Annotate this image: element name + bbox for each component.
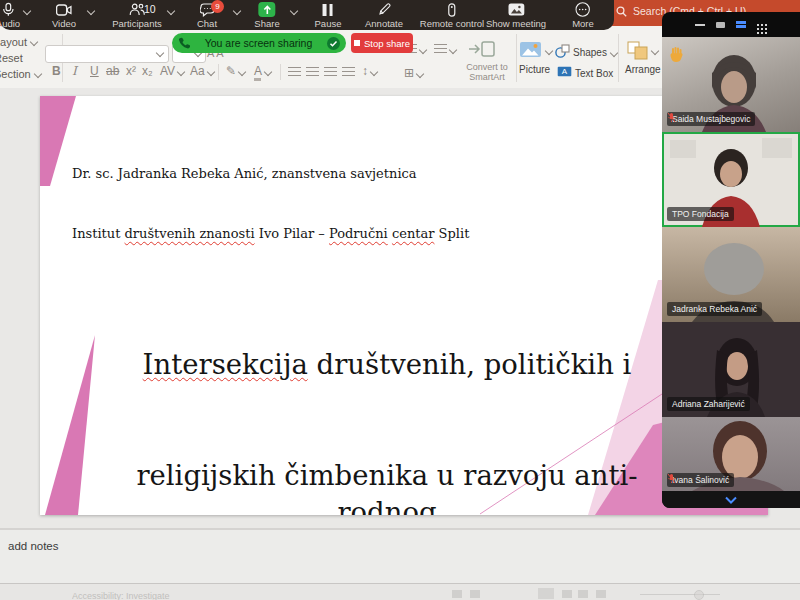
ribbon-divider (280, 64, 281, 80)
zoom-slider-knob[interactable] (694, 590, 704, 600)
highlight-pen-button[interactable]: ✎ (226, 64, 245, 78)
columns-button[interactable]: ⊞ (404, 66, 423, 80)
ribbon-divider (218, 64, 219, 80)
video-tile-ivana[interactable]: Ivana Šalinović (662, 417, 800, 491)
video-tile-tpo-fondacija[interactable]: TPO Fondacija (662, 132, 800, 227)
pause-icon (322, 2, 335, 17)
picture-button[interactable]: Picture (519, 64, 550, 75)
line-spacing-button[interactable]: ↕ (362, 64, 377, 78)
video-tile-jadranka[interactable]: Jadranka Rebeka Anić (662, 227, 800, 322)
thumbnail-view-icon[interactable] (716, 22, 725, 28)
font-name-combo[interactable] (45, 45, 169, 63)
share-button[interactable]: Share (254, 2, 279, 29)
annotate-button[interactable]: Annotate (365, 2, 403, 29)
stop-share-button[interactable]: Stop share (351, 33, 413, 53)
video-tile-adriana[interactable]: Adriana Zaharijević (662, 322, 800, 417)
status-bar: Accessibility: Investigate (0, 583, 800, 600)
notes-view-icon[interactable] (452, 590, 462, 598)
share-options-chevron[interactable] (290, 7, 298, 15)
video-panel-collapse-bar[interactable] (662, 491, 800, 508)
video-tile-saida[interactable]: Saida Mustajbegovic (662, 37, 800, 132)
bold-button[interactable]: B (52, 64, 61, 78)
more-ellipsis-icon (576, 2, 591, 17)
section-button[interactable]: Section (0, 68, 41, 80)
ribbon-divider (618, 34, 619, 82)
audio-options-chevron[interactable] (23, 7, 31, 15)
zoom-video-panel: Saida Mustajbegovic TPO Fondacija Jadran… (662, 12, 800, 508)
comments-view-icon[interactable] (470, 590, 480, 598)
svg-text:A: A (562, 67, 568, 76)
arrange-button[interactable]: Arrange (625, 64, 661, 75)
show-meeting-window-icon (507, 2, 524, 17)
slide-sorter-view-icon[interactable] (562, 590, 572, 598)
align-left-icon[interactable] (288, 67, 301, 76)
remote-control-icon (447, 2, 457, 17)
participant-name-badge: TPO Fondacija (667, 207, 734, 221)
chat-options-chevron[interactable] (233, 7, 241, 15)
zoom-slider[interactable] (640, 594, 720, 595)
align-center-icon[interactable] (306, 67, 319, 76)
arrange-dropdown-chevron[interactable] (651, 47, 659, 55)
screen-sharing-banner: You are screen sharing (172, 33, 346, 53)
superscript-button[interactable]: x² (126, 64, 136, 78)
byline-line1: Dr. sc. Jadranka Rebeka Anić, znanstvena… (72, 164, 469, 184)
share-up-arrow-icon (258, 2, 275, 17)
convert-to-smartart-button[interactable]: Convert to SmartArt (458, 62, 516, 82)
audio-button[interactable]: Audio (0, 2, 20, 29)
video-panel-header (662, 12, 800, 37)
font-color-button[interactable]: A (254, 64, 271, 78)
normal-view-icon[interactable] (538, 588, 554, 599)
text-box-button[interactable]: Text Box (575, 68, 613, 79)
video-options-chevron[interactable] (87, 7, 95, 15)
picture-icon[interactable] (520, 42, 541, 57)
muted-mic-icon (667, 112, 676, 123)
accessibility-status[interactable]: Accessibility: Investigate (72, 591, 170, 600)
picture-dropdown-chevron[interactable] (545, 47, 553, 55)
slide-byline: Dr. sc. Jadranka Rebeka Anić, znanstvena… (72, 124, 469, 284)
slideshow-view-icon[interactable] (596, 590, 606, 598)
slide[interactable]: Dr. sc. Jadranka Rebeka Anić, znanstvena… (40, 96, 768, 515)
numbering-button[interactable] (434, 42, 456, 56)
shapes-icon[interactable] (555, 44, 570, 58)
layout-button[interactable]: Layout (0, 36, 37, 48)
change-case-button[interactable]: Aa (190, 64, 214, 78)
participants-count: 10 (144, 3, 156, 15)
zoom-meeting-toolbar: Audio Video Participants 10 Chat 9 Share… (0, 0, 614, 30)
phone-icon (178, 37, 190, 49)
underline-button[interactable]: U (90, 64, 99, 78)
check-circle-icon (327, 37, 340, 50)
muted-mic-icon (667, 473, 676, 484)
participant-name-badge: Ivana Šalinović (667, 473, 734, 487)
chat-unread-badge: 9 (211, 0, 224, 13)
align-right-icon[interactable] (324, 67, 337, 76)
video-button[interactable]: Video (52, 2, 76, 29)
more-button[interactable]: More (572, 2, 594, 29)
reset-button[interactable]: Reset (0, 52, 23, 64)
character-spacing-button[interactable]: AV (160, 64, 184, 78)
reading-view-icon[interactable] (578, 590, 588, 598)
participants-icon (129, 2, 145, 17)
participant-name-badge: Jadranka Rebeka Anić (667, 302, 762, 316)
arrange-icon[interactable] (627, 41, 649, 60)
title-line2: religijskih čimbenika u razvoju anti-rod… (92, 457, 682, 515)
strikethrough-button[interactable]: ab (106, 64, 119, 78)
pause-button[interactable]: Pause (315, 2, 342, 29)
text-box-icon[interactable]: A (557, 66, 572, 77)
notes-pane[interactable]: add notes (0, 530, 800, 583)
participants-options-chevron[interactable] (167, 7, 175, 15)
ribbon-divider (516, 34, 517, 82)
shapes-button[interactable]: Shapes (573, 47, 617, 58)
remote-control-button[interactable]: Remote control (420, 2, 484, 29)
justify-icon[interactable] (342, 67, 355, 76)
italic-button[interactable]: I (72, 64, 77, 78)
title-line1: Intersekcija društvenih, političkih i (92, 346, 682, 383)
strip-view-icon[interactable] (736, 21, 746, 29)
show-meeting-button[interactable]: Show meeting (486, 2, 546, 29)
camera-icon (56, 2, 72, 17)
minimize-icon[interactable] (695, 24, 705, 26)
search-icon (616, 6, 627, 17)
participant-name-badge: Saida Mustajbegovic (667, 112, 755, 126)
gallery-view-icon[interactable] (757, 24, 759, 26)
sharing-banner-text: You are screen sharing (196, 37, 321, 49)
subscript-button[interactable]: x₂ (142, 64, 153, 78)
